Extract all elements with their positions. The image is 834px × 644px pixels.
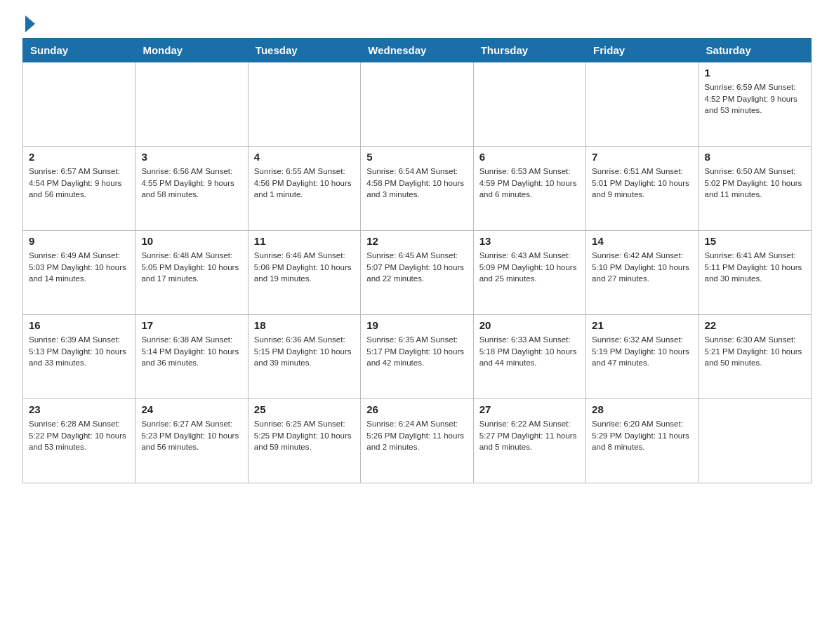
calendar-week-4: 16Sunrise: 6:39 AM Sunset: 5:13 PM Dayli…	[23, 315, 812, 399]
calendar-cell: 4Sunrise: 6:55 AM Sunset: 4:56 PM Daylig…	[248, 147, 360, 231]
calendar-cell: 16Sunrise: 6:39 AM Sunset: 5:13 PM Dayli…	[23, 315, 135, 399]
weekday-header-saturday: Saturday	[699, 39, 811, 62]
calendar-cell: 28Sunrise: 6:20 AM Sunset: 5:29 PM Dayli…	[586, 399, 699, 483]
day-number: 4	[254, 151, 355, 163]
day-number: 8	[705, 151, 805, 163]
day-info: Sunrise: 6:41 AM Sunset: 5:11 PM Dayligh…	[705, 250, 805, 285]
day-number: 27	[479, 403, 580, 415]
day-number: 5	[366, 151, 467, 163]
calendar-cell: 26Sunrise: 6:24 AM Sunset: 5:26 PM Dayli…	[361, 399, 473, 483]
calendar-cell: 15Sunrise: 6:41 AM Sunset: 5:11 PM Dayli…	[699, 231, 811, 315]
day-info: Sunrise: 6:56 AM Sunset: 4:55 PM Dayligh…	[141, 166, 241, 201]
calendar-cell	[473, 62, 585, 147]
day-info: Sunrise: 6:46 AM Sunset: 5:06 PM Dayligh…	[254, 250, 355, 285]
weekday-header-thursday: Thursday	[473, 39, 585, 62]
day-number: 10	[141, 235, 241, 247]
day-number: 25	[254, 403, 355, 415]
day-info: Sunrise: 6:30 AM Sunset: 5:21 PM Dayligh…	[705, 334, 805, 369]
day-info: Sunrise: 6:50 AM Sunset: 5:02 PM Dayligh…	[705, 166, 805, 201]
logo	[22, 17, 35, 29]
page-header	[22, 17, 812, 29]
day-info: Sunrise: 6:22 AM Sunset: 5:27 PM Dayligh…	[479, 418, 580, 453]
calendar-cell: 14Sunrise: 6:42 AM Sunset: 5:10 PM Dayli…	[586, 231, 699, 315]
weekday-header-wednesday: Wednesday	[361, 39, 473, 62]
calendar-week-3: 9Sunrise: 6:49 AM Sunset: 5:03 PM Daylig…	[23, 231, 812, 315]
day-number: 20	[479, 319, 580, 331]
logo-arrow-icon	[25, 15, 35, 32]
calendar-week-1: 1Sunrise: 6:59 AM Sunset: 4:52 PM Daylig…	[23, 62, 812, 147]
calendar-cell: 1Sunrise: 6:59 AM Sunset: 4:52 PM Daylig…	[699, 62, 811, 147]
day-info: Sunrise: 6:20 AM Sunset: 5:29 PM Dayligh…	[592, 418, 692, 453]
calendar-cell: 11Sunrise: 6:46 AM Sunset: 5:06 PM Dayli…	[248, 231, 360, 315]
calendar-cell: 20Sunrise: 6:33 AM Sunset: 5:18 PM Dayli…	[473, 315, 585, 399]
day-number: 18	[254, 319, 355, 331]
calendar-cell: 2Sunrise: 6:57 AM Sunset: 4:54 PM Daylig…	[23, 147, 135, 231]
calendar-cell: 19Sunrise: 6:35 AM Sunset: 5:17 PM Dayli…	[361, 315, 473, 399]
day-number: 9	[29, 235, 129, 247]
day-info: Sunrise: 6:42 AM Sunset: 5:10 PM Dayligh…	[592, 250, 692, 285]
calendar-cell: 27Sunrise: 6:22 AM Sunset: 5:27 PM Dayli…	[473, 399, 585, 483]
calendar-cell	[361, 62, 473, 147]
day-number: 14	[592, 235, 692, 247]
calendar-cell: 3Sunrise: 6:56 AM Sunset: 4:55 PM Daylig…	[135, 147, 248, 231]
day-info: Sunrise: 6:39 AM Sunset: 5:13 PM Dayligh…	[29, 334, 129, 369]
day-info: Sunrise: 6:51 AM Sunset: 5:01 PM Dayligh…	[592, 166, 692, 201]
day-info: Sunrise: 6:36 AM Sunset: 5:15 PM Dayligh…	[254, 334, 355, 369]
day-info: Sunrise: 6:49 AM Sunset: 5:03 PM Dayligh…	[29, 250, 129, 285]
day-info: Sunrise: 6:33 AM Sunset: 5:18 PM Dayligh…	[479, 334, 580, 369]
day-info: Sunrise: 6:35 AM Sunset: 5:17 PM Dayligh…	[366, 334, 467, 369]
day-number: 6	[479, 151, 580, 163]
day-info: Sunrise: 6:32 AM Sunset: 5:19 PM Dayligh…	[592, 334, 692, 369]
day-info: Sunrise: 6:53 AM Sunset: 4:59 PM Dayligh…	[479, 166, 580, 201]
calendar-table: SundayMondayTuesdayWednesdayThursdayFrid…	[22, 38, 812, 483]
day-number: 24	[141, 403, 241, 415]
calendar-cell: 10Sunrise: 6:48 AM Sunset: 5:05 PM Dayli…	[135, 231, 248, 315]
day-number: 22	[705, 319, 805, 331]
day-number: 26	[366, 403, 467, 415]
calendar-cell: 12Sunrise: 6:45 AM Sunset: 5:07 PM Dayli…	[361, 231, 473, 315]
day-number: 13	[479, 235, 580, 247]
day-number: 23	[29, 403, 129, 415]
calendar-cell: 13Sunrise: 6:43 AM Sunset: 5:09 PM Dayli…	[473, 231, 585, 315]
day-number: 16	[29, 319, 129, 331]
day-info: Sunrise: 6:38 AM Sunset: 5:14 PM Dayligh…	[141, 334, 241, 369]
calendar-cell: 7Sunrise: 6:51 AM Sunset: 5:01 PM Daylig…	[586, 147, 699, 231]
day-info: Sunrise: 6:48 AM Sunset: 5:05 PM Dayligh…	[141, 250, 241, 285]
day-info: Sunrise: 6:24 AM Sunset: 5:26 PM Dayligh…	[366, 418, 467, 453]
day-number: 1	[705, 67, 805, 79]
weekday-header-sunday: Sunday	[23, 39, 135, 62]
calendar-cell	[699, 399, 811, 483]
day-info: Sunrise: 6:55 AM Sunset: 4:56 PM Dayligh…	[254, 166, 355, 201]
calendar-cell: 22Sunrise: 6:30 AM Sunset: 5:21 PM Dayli…	[699, 315, 811, 399]
day-number: 7	[592, 151, 692, 163]
calendar-cell: 9Sunrise: 6:49 AM Sunset: 5:03 PM Daylig…	[23, 231, 135, 315]
weekday-header-friday: Friday	[586, 39, 699, 62]
calendar-week-5: 23Sunrise: 6:28 AM Sunset: 5:22 PM Dayli…	[23, 399, 812, 483]
calendar-cell	[23, 62, 135, 147]
calendar-cell	[586, 62, 699, 147]
day-number: 21	[592, 319, 692, 331]
day-number: 3	[141, 151, 241, 163]
day-info: Sunrise: 6:28 AM Sunset: 5:22 PM Dayligh…	[29, 418, 129, 453]
day-info: Sunrise: 6:43 AM Sunset: 5:09 PM Dayligh…	[479, 250, 580, 285]
day-number: 15	[705, 235, 805, 247]
weekday-header-tuesday: Tuesday	[248, 39, 360, 62]
day-info: Sunrise: 6:54 AM Sunset: 4:58 PM Dayligh…	[366, 166, 467, 201]
day-number: 17	[141, 319, 241, 331]
day-number: 2	[29, 151, 129, 163]
day-info: Sunrise: 6:59 AM Sunset: 4:52 PM Dayligh…	[705, 81, 805, 116]
day-info: Sunrise: 6:25 AM Sunset: 5:25 PM Dayligh…	[254, 418, 355, 453]
day-number: 12	[366, 235, 467, 247]
calendar-week-2: 2Sunrise: 6:57 AM Sunset: 4:54 PM Daylig…	[23, 147, 812, 231]
calendar-cell: 24Sunrise: 6:27 AM Sunset: 5:23 PM Dayli…	[135, 399, 248, 483]
calendar-cell: 25Sunrise: 6:25 AM Sunset: 5:25 PM Dayli…	[248, 399, 360, 483]
calendar-cell: 8Sunrise: 6:50 AM Sunset: 5:02 PM Daylig…	[699, 147, 811, 231]
calendar-cell: 23Sunrise: 6:28 AM Sunset: 5:22 PM Dayli…	[23, 399, 135, 483]
day-info: Sunrise: 6:57 AM Sunset: 4:54 PM Dayligh…	[29, 166, 129, 201]
calendar-cell: 18Sunrise: 6:36 AM Sunset: 5:15 PM Dayli…	[248, 315, 360, 399]
day-number: 11	[254, 235, 355, 247]
calendar-cell: 17Sunrise: 6:38 AM Sunset: 5:14 PM Dayli…	[135, 315, 248, 399]
calendar-cell: 5Sunrise: 6:54 AM Sunset: 4:58 PM Daylig…	[361, 147, 473, 231]
calendar-cell	[248, 62, 360, 147]
day-info: Sunrise: 6:27 AM Sunset: 5:23 PM Dayligh…	[141, 418, 241, 453]
